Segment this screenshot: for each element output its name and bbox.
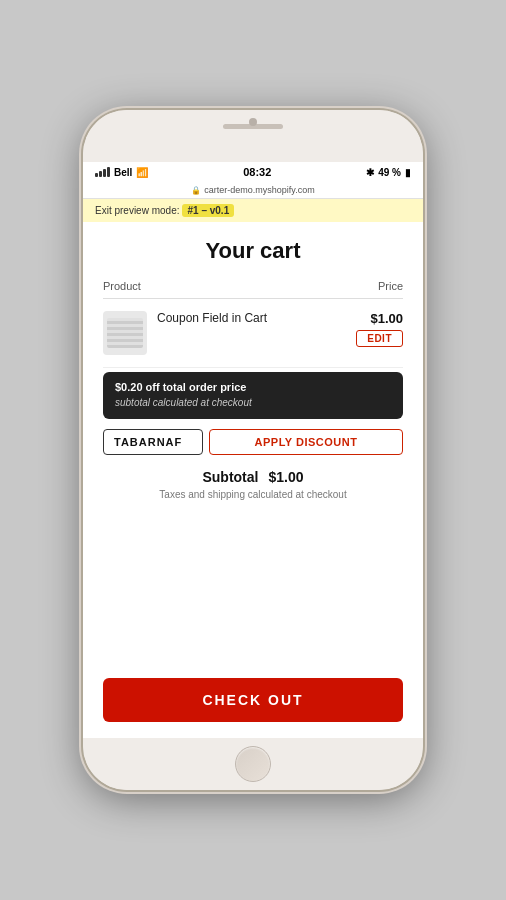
cart-item-row: Coupon Field in Cart $1.00 EDIT: [103, 299, 403, 368]
discount-sub: subtotal calculated at checkout: [115, 397, 252, 408]
battery-label: 49 %: [378, 167, 401, 178]
product-name: Coupon Field in Cart: [157, 311, 346, 327]
bottom-bezel: [83, 738, 423, 790]
coupon-input[interactable]: [103, 429, 203, 455]
status-right: ✱ 49 % ▮: [366, 167, 411, 178]
discount-main: $0.20 off total order price: [115, 380, 391, 395]
page-title: Your cart: [103, 238, 403, 264]
coupon-row: APPLY DISCOUNT: [103, 429, 403, 455]
discount-tooltip: $0.20 off total order price subtotal cal…: [103, 372, 403, 419]
subtotal-amount: $1.00: [268, 469, 303, 485]
top-bezel: [83, 110, 423, 162]
product-price-edit: $1.00 EDIT: [356, 311, 403, 347]
product-image: [103, 311, 147, 355]
status-left: Bell 📶: [95, 167, 148, 178]
subtotal-label: Subtotal: [202, 469, 258, 485]
product-price: $1.00: [370, 311, 403, 326]
apply-discount-button[interactable]: APPLY DISCOUNT: [209, 429, 403, 455]
wifi-icon: 📶: [136, 167, 148, 178]
battery-icon: ▮: [405, 167, 411, 178]
preview-text: Exit preview mode:: [95, 205, 179, 216]
cart-table-header: Product Price: [103, 280, 403, 299]
url-text: carter-demo.myshopify.com: [204, 185, 314, 195]
bluetooth-icon: ✱: [366, 167, 374, 178]
tax-note: Taxes and shipping calculated at checkou…: [103, 489, 403, 500]
col-price: Price: [378, 280, 403, 292]
address-bar[interactable]: 🔒 carter-demo.myshopify.com: [83, 182, 423, 199]
product-info: Coupon Field in Cart: [157, 311, 346, 327]
camera: [249, 118, 257, 126]
subtotal-row: Subtotal $1.00: [103, 469, 403, 485]
signal-icon: [95, 167, 110, 177]
status-bar: Bell 📶 08:32 ✱ 49 % ▮: [83, 162, 423, 182]
edit-button[interactable]: EDIT: [356, 330, 403, 347]
carrier-label: Bell: [114, 167, 132, 178]
col-product: Product: [103, 280, 141, 292]
phone-frame: Bell 📶 08:32 ✱ 49 % ▮ 🔒 carter-demo.mysh…: [83, 110, 423, 790]
home-button[interactable]: [235, 746, 271, 782]
product-thumbnail: [107, 318, 143, 348]
preview-version: #1 – v0.1: [182, 204, 234, 217]
preview-banner: Exit preview mode: #1 – v0.1: [83, 199, 423, 222]
lock-icon: 🔒: [191, 186, 201, 195]
checkout-button[interactable]: CHECK OUT: [103, 678, 403, 722]
content-area: Your cart Product Price Coupon Field in …: [83, 222, 423, 738]
clock: 08:32: [243, 166, 271, 178]
